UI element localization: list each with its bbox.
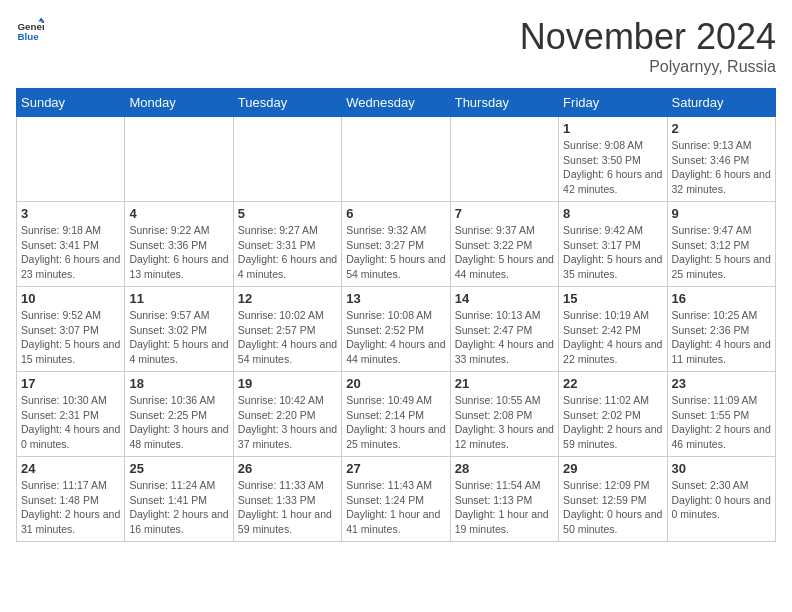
calendar-cell: 22Sunrise: 11:02 AMSunset: 2:02 PMDaylig… [559, 372, 667, 457]
day-number: 11 [129, 291, 228, 306]
calendar-header-row: SundayMondayTuesdayWednesdayThursdayFrid… [17, 89, 776, 117]
day-info: Sunrise: 10:02 AMSunset: 2:57 PMDaylight… [238, 308, 337, 367]
calendar-week-3: 10Sunrise: 9:52 AMSunset: 3:07 PMDayligh… [17, 287, 776, 372]
day-number: 1 [563, 121, 662, 136]
day-number: 21 [455, 376, 554, 391]
day-info: Sunrise: 10:25 AMSunset: 2:36 PMDaylight… [672, 308, 771, 367]
calendar-cell: 7Sunrise: 9:37 AMSunset: 3:22 PMDaylight… [450, 202, 558, 287]
weekday-header-sunday: Sunday [17, 89, 125, 117]
calendar-cell: 20Sunrise: 10:49 AMSunset: 2:14 PMDaylig… [342, 372, 450, 457]
calendar-cell: 23Sunrise: 11:09 AMSunset: 1:55 PMDaylig… [667, 372, 775, 457]
day-number: 16 [672, 291, 771, 306]
day-info: Sunrise: 11:09 AMSunset: 1:55 PMDaylight… [672, 393, 771, 452]
day-number: 17 [21, 376, 120, 391]
calendar-cell: 27Sunrise: 11:43 AMSunset: 1:24 PMDaylig… [342, 457, 450, 542]
calendar-week-5: 24Sunrise: 11:17 AMSunset: 1:48 PMDaylig… [17, 457, 776, 542]
day-number: 27 [346, 461, 445, 476]
calendar-cell: 16Sunrise: 10:25 AMSunset: 2:36 PMDaylig… [667, 287, 775, 372]
day-number: 3 [21, 206, 120, 221]
calendar-cell: 19Sunrise: 10:42 AMSunset: 2:20 PMDaylig… [233, 372, 341, 457]
day-info: Sunrise: 9:13 AMSunset: 3:46 PMDaylight:… [672, 138, 771, 197]
calendar-cell: 13Sunrise: 10:08 AMSunset: 2:52 PMDaylig… [342, 287, 450, 372]
calendar-cell: 25Sunrise: 11:24 AMSunset: 1:41 PMDaylig… [125, 457, 233, 542]
day-info: Sunrise: 10:49 AMSunset: 2:14 PMDaylight… [346, 393, 445, 452]
calendar-cell: 11Sunrise: 9:57 AMSunset: 3:02 PMDayligh… [125, 287, 233, 372]
calendar-body: 1Sunrise: 9:08 AMSunset: 3:50 PMDaylight… [17, 117, 776, 542]
weekday-header-monday: Monday [125, 89, 233, 117]
day-number: 26 [238, 461, 337, 476]
day-info: Sunrise: 11:43 AMSunset: 1:24 PMDaylight… [346, 478, 445, 537]
day-info: Sunrise: 9:57 AMSunset: 3:02 PMDaylight:… [129, 308, 228, 367]
day-number: 29 [563, 461, 662, 476]
calendar-week-1: 1Sunrise: 9:08 AMSunset: 3:50 PMDaylight… [17, 117, 776, 202]
weekday-header-tuesday: Tuesday [233, 89, 341, 117]
day-number: 10 [21, 291, 120, 306]
day-info: Sunrise: 9:08 AMSunset: 3:50 PMDaylight:… [563, 138, 662, 197]
calendar-cell: 6Sunrise: 9:32 AMSunset: 3:27 PMDaylight… [342, 202, 450, 287]
day-number: 22 [563, 376, 662, 391]
calendar-cell: 12Sunrise: 10:02 AMSunset: 2:57 PMDaylig… [233, 287, 341, 372]
calendar-cell: 18Sunrise: 10:36 AMSunset: 2:25 PMDaylig… [125, 372, 233, 457]
day-number: 18 [129, 376, 228, 391]
day-number: 20 [346, 376, 445, 391]
svg-text:Blue: Blue [17, 31, 39, 42]
day-number: 8 [563, 206, 662, 221]
calendar-cell: 24Sunrise: 11:17 AMSunset: 1:48 PMDaylig… [17, 457, 125, 542]
day-number: 5 [238, 206, 337, 221]
logo: General Blue [16, 16, 44, 44]
day-info: Sunrise: 9:42 AMSunset: 3:17 PMDaylight:… [563, 223, 662, 282]
day-number: 2 [672, 121, 771, 136]
day-number: 25 [129, 461, 228, 476]
day-info: Sunrise: 9:47 AMSunset: 3:12 PMDaylight:… [672, 223, 771, 282]
day-number: 23 [672, 376, 771, 391]
day-number: 9 [672, 206, 771, 221]
calendar-week-4: 17Sunrise: 10:30 AMSunset: 2:31 PMDaylig… [17, 372, 776, 457]
day-info: Sunrise: 10:08 AMSunset: 2:52 PMDaylight… [346, 308, 445, 367]
calendar-cell: 1Sunrise: 9:08 AMSunset: 3:50 PMDaylight… [559, 117, 667, 202]
day-info: Sunrise: 10:30 AMSunset: 2:31 PMDaylight… [21, 393, 120, 452]
weekday-header-saturday: Saturday [667, 89, 775, 117]
day-number: 7 [455, 206, 554, 221]
calendar-cell: 9Sunrise: 9:47 AMSunset: 3:12 PMDaylight… [667, 202, 775, 287]
day-info: Sunset: 2:30 AMDaylight: 0 hours and 0 m… [672, 478, 771, 522]
svg-marker-2 [38, 17, 44, 21]
day-info: Sunrise: 9:22 AMSunset: 3:36 PMDaylight:… [129, 223, 228, 282]
calendar-cell: 28Sunrise: 11:54 AMSunset: 1:13 PMDaylig… [450, 457, 558, 542]
day-number: 14 [455, 291, 554, 306]
calendar-cell: 30Sunset: 2:30 AMDaylight: 0 hours and 0… [667, 457, 775, 542]
logo-icon: General Blue [16, 16, 44, 44]
day-number: 6 [346, 206, 445, 221]
day-info: Sunrise: 11:54 AMSunset: 1:13 PMDaylight… [455, 478, 554, 537]
day-info: Sunrise: 10:42 AMSunset: 2:20 PMDaylight… [238, 393, 337, 452]
calendar-cell: 5Sunrise: 9:27 AMSunset: 3:31 PMDaylight… [233, 202, 341, 287]
day-info: Sunrise: 10:13 AMSunset: 2:47 PMDaylight… [455, 308, 554, 367]
calendar-cell: 21Sunrise: 10:55 AMSunset: 2:08 PMDaylig… [450, 372, 558, 457]
day-number: 4 [129, 206, 228, 221]
calendar-cell [233, 117, 341, 202]
day-info: Sunrise: 10:36 AMSunset: 2:25 PMDaylight… [129, 393, 228, 452]
day-info: Sunrise: 9:52 AMSunset: 3:07 PMDaylight:… [21, 308, 120, 367]
day-info: Sunrise: 10:55 AMSunset: 2:08 PMDaylight… [455, 393, 554, 452]
day-number: 28 [455, 461, 554, 476]
weekday-header-thursday: Thursday [450, 89, 558, 117]
calendar-cell: 15Sunrise: 10:19 AMSunset: 2:42 PMDaylig… [559, 287, 667, 372]
calendar-cell: 10Sunrise: 9:52 AMSunset: 3:07 PMDayligh… [17, 287, 125, 372]
calendar-cell: 4Sunrise: 9:22 AMSunset: 3:36 PMDaylight… [125, 202, 233, 287]
day-info: Sunrise: 11:17 AMSunset: 1:48 PMDaylight… [21, 478, 120, 537]
calendar-cell: 26Sunrise: 11:33 AMSunset: 1:33 PMDaylig… [233, 457, 341, 542]
day-info: Sunrise: 11:33 AMSunset: 1:33 PMDaylight… [238, 478, 337, 537]
calendar-cell: 17Sunrise: 10:30 AMSunset: 2:31 PMDaylig… [17, 372, 125, 457]
calendar-cell [17, 117, 125, 202]
location-title: Polyarnyy, Russia [520, 58, 776, 76]
calendar-week-2: 3Sunrise: 9:18 AMSunset: 3:41 PMDaylight… [17, 202, 776, 287]
day-info: Sunrise: 9:37 AMSunset: 3:22 PMDaylight:… [455, 223, 554, 282]
weekday-header-wednesday: Wednesday [342, 89, 450, 117]
day-number: 12 [238, 291, 337, 306]
day-info: Sunrise: 9:32 AMSunset: 3:27 PMDaylight:… [346, 223, 445, 282]
calendar-cell: 2Sunrise: 9:13 AMSunset: 3:46 PMDaylight… [667, 117, 775, 202]
day-info: Sunrise: 9:27 AMSunset: 3:31 PMDaylight:… [238, 223, 337, 282]
calendar-cell: 14Sunrise: 10:13 AMSunset: 2:47 PMDaylig… [450, 287, 558, 372]
weekday-header-friday: Friday [559, 89, 667, 117]
calendar-table: SundayMondayTuesdayWednesdayThursdayFrid… [16, 88, 776, 542]
page-header: General Blue November 2024 Polyarnyy, Ru… [16, 16, 776, 76]
